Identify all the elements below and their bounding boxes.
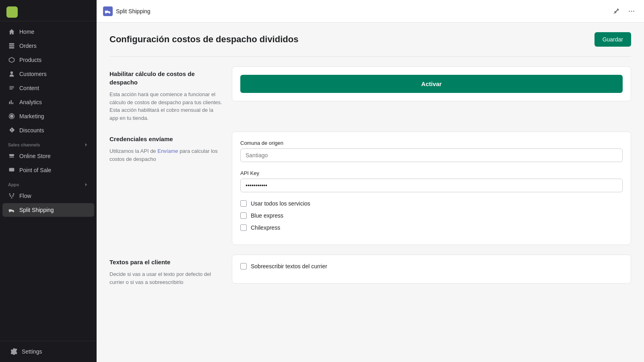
sidebar-item-online-store[interactable]: Online Store	[2, 149, 94, 163]
sidebar-item-settings[interactable]: Settings	[5, 345, 92, 358]
svg-point-15	[633, 10, 634, 12]
sidebar-item-marketing[interactable]: Marketing	[2, 109, 94, 123]
checkbox-todos[interactable]	[240, 200, 247, 207]
enviame-link[interactable]: Envíame	[157, 148, 178, 154]
checkbox-blue-label: Blue express	[251, 212, 283, 219]
sidebar-label-marketing: Marketing	[19, 113, 44, 119]
checkbox-sobreescribir-label: Sobreescribir textos del currier	[251, 263, 327, 269]
checkbox-chilexpress[interactable]	[240, 224, 247, 231]
save-button[interactable]: Guardar	[594, 32, 631, 47]
svg-point-4	[9, 193, 10, 195]
textos-desc: Decide si vas a usar el texto por defect…	[109, 270, 222, 286]
sidebar-label-discounts: Discounts	[19, 127, 44, 134]
more-button[interactable]	[625, 5, 638, 17]
svg-rect-3	[9, 168, 14, 171]
credentials-info: Credenciales envíame Utilizamos la API d…	[109, 132, 222, 163]
textos-info: Textos para el cliente Decide si vas a u…	[109, 255, 222, 286]
shopify-logo	[6, 6, 18, 18]
sidebar-nav: Home Orders Products Customers Content	[0, 23, 97, 341]
sidebar-label-pos: Point of Sale	[19, 167, 51, 173]
checkbox-sobreescribir[interactable]	[240, 263, 247, 269]
checkbox-todos-label: Usar todos los servicios	[251, 200, 310, 207]
comuna-group: Comuna de origen	[240, 140, 623, 169]
apikey-group: API Key	[240, 170, 623, 199]
settings-icon	[10, 348, 18, 355]
store-icon	[8, 152, 15, 160]
svg-point-12	[109, 12, 110, 13]
split-shipping-icon	[8, 206, 15, 214]
page-title: Configuración costos de despacho dividid…	[109, 34, 298, 45]
sidebar-label-online-store: Online Store	[19, 153, 51, 159]
svg-point-8	[9, 212, 10, 212]
sidebar-item-products[interactable]: Products	[2, 53, 94, 67]
sidebar-item-split-shipping[interactable]: Split Shipping	[2, 203, 94, 217]
sidebar-item-orders[interactable]: Orders	[2, 39, 94, 53]
credentials-title: Credenciales envíame	[109, 135, 222, 143]
svg-point-9	[13, 212, 14, 212]
sidebar-label-home: Home	[19, 29, 34, 35]
comuna-input[interactable]	[240, 148, 623, 162]
sidebar-item-flow[interactable]: Flow	[2, 189, 94, 203]
sidebar-label-analytics: Analytics	[19, 99, 42, 105]
checkbox-blue-row: Blue express	[240, 212, 623, 219]
pos-icon	[8, 167, 15, 174]
flow-icon	[8, 192, 15, 200]
svg-rect-10	[105, 10, 108, 13]
checkbox-chilexpress-label: Chilexpress	[251, 224, 280, 231]
customers-icon	[8, 70, 15, 78]
sidebar-label-split-shipping: Split Shipping	[19, 207, 54, 213]
textos-section: Textos para el cliente Decide si vas a u…	[109, 255, 631, 286]
comuna-label: Comuna de origen	[240, 140, 623, 146]
svg-point-13	[629, 10, 630, 12]
orders-icon	[8, 42, 15, 49]
activate-title: Habilitar cálculo de costos de despacho	[109, 70, 222, 86]
textos-title: Textos para el cliente	[109, 258, 222, 266]
breadcrumb: Split Shipping	[103, 6, 151, 16]
sidebar-label-customers: Customers	[19, 71, 47, 77]
activate-info: Habilitar cálculo de costos de despacho …	[109, 66, 222, 122]
svg-point-5	[13, 193, 14, 195]
svg-rect-1	[9, 45, 14, 46]
apps-section: Apps	[0, 177, 97, 189]
sidebar-item-point-of-sale[interactable]: Point of Sale	[2, 163, 94, 177]
apikey-input[interactable]	[240, 179, 623, 192]
svg-point-14	[631, 10, 632, 12]
sidebar-item-discounts[interactable]: Discounts	[2, 123, 94, 137]
sales-channels-section: Sales channels	[0, 138, 97, 149]
checkbox-todos-row: Usar todos los servicios	[240, 200, 623, 207]
svg-rect-0	[9, 43, 14, 45]
products-icon	[8, 56, 15, 64]
home-icon	[8, 28, 15, 35]
apikey-label: API Key	[240, 170, 623, 176]
svg-point-11	[105, 12, 106, 13]
content-area: Configuración costos de despacho dividid…	[97, 23, 644, 362]
sidebar-logo	[0, 0, 97, 21]
sidebar: Home Orders Products Customers Content	[0, 0, 97, 362]
sidebar-label-settings: Settings	[22, 348, 42, 355]
pin-button[interactable]	[610, 5, 622, 17]
content-icon	[8, 84, 15, 92]
sidebar-bottom: Settings	[0, 341, 97, 362]
activate-button[interactable]: Activar	[240, 75, 623, 93]
activate-card: Activar	[232, 66, 631, 101]
sidebar-label-products: Products	[19, 57, 41, 63]
activate-desc: Esta acción hará que comience a funciona…	[109, 90, 222, 122]
sidebar-item-home[interactable]: Home	[2, 25, 94, 39]
checkbox-blue[interactable]	[240, 212, 247, 219]
sidebar-item-analytics[interactable]: Analytics	[2, 95, 94, 109]
main-area: Split Shipping Configuración costos de d…	[97, 0, 644, 362]
credentials-card: Comuna de origen API Key Usar todos los …	[232, 132, 631, 245]
marketing-icon	[8, 113, 15, 120]
sidebar-label-orders: Orders	[19, 43, 37, 49]
credentials-desc: Utilizamos la API de Envíame para calcul…	[109, 147, 222, 163]
svg-point-6	[11, 197, 12, 198]
sidebar-item-customers[interactable]: Customers	[2, 67, 94, 81]
checkbox-chilexpress-row: Chilexpress	[240, 224, 623, 231]
sidebar-label-content: Content	[19, 85, 39, 91]
analytics-icon	[8, 99, 15, 106]
credentials-section: Credenciales envíame Utilizamos la API d…	[109, 132, 631, 245]
textos-card: Sobreescribir textos del currier	[232, 255, 631, 284]
svg-rect-2	[9, 47, 14, 48]
sidebar-item-content[interactable]: Content	[2, 81, 94, 95]
svg-rect-7	[9, 209, 12, 212]
